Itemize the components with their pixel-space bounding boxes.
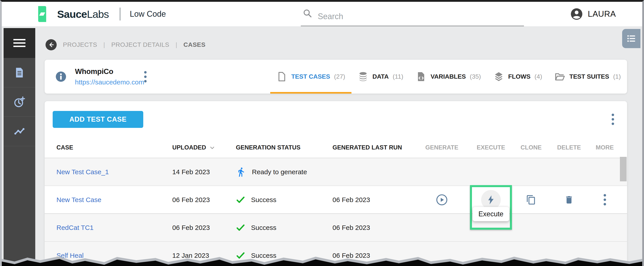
tab-count: (35) (470, 73, 481, 80)
execute-tooltip: Execute (472, 207, 509, 221)
tab-label: FLOWS (508, 73, 530, 80)
tab-test-cases[interactable]: TEST CASES (27) (270, 60, 352, 94)
generate-play-icon[interactable] (436, 194, 448, 206)
tab-label: DATA (372, 73, 389, 80)
table-more-menu[interactable] (610, 112, 616, 126)
sidebar-item-projects[interactable] (4, 58, 35, 87)
tab-flows[interactable]: FLOWS (4) (487, 60, 548, 94)
column-generation-status[interactable]: GENERATION STATUS (236, 144, 332, 151)
test-cases-card: ADD TEST CASE CASE UPLOADED GENERATION S… (45, 101, 627, 266)
scrollbar-thumb[interactable] (620, 157, 626, 181)
execute-button[interactable] (481, 190, 501, 210)
user-menu[interactable]: LAURA (570, 2, 616, 26)
row-more-menu[interactable] (602, 193, 608, 207)
tab-count: (4) (534, 73, 542, 80)
saucelabs-logo-icon (32, 4, 52, 24)
column-label: UPLOADED (172, 144, 206, 151)
search-input[interactable] (301, 7, 524, 26)
tab-label: TEST SUITES (569, 73, 609, 80)
column-generated-last-run[interactable]: GENERATED LAST RUN (332, 144, 413, 151)
list-icon (626, 33, 636, 44)
tab-count: (11) (393, 73, 404, 80)
breadcrumb: PROJECTS | PROJECT DETAILS | CASES (46, 39, 640, 50)
clone-cell (511, 186, 551, 213)
case-cell: RedCat TC1 (56, 224, 172, 232)
sort-desc-icon (208, 144, 216, 151)
tab-data[interactable]: DATA (11) (352, 60, 410, 94)
layers-icon (494, 71, 504, 82)
top-bar: SauceLabs Low Code LAURA (2, 2, 642, 26)
brand-name-light: Labs (87, 8, 109, 20)
trending-chart-icon (14, 126, 25, 137)
sidebar-item-history[interactable] (4, 87, 35, 117)
menu-toggle-button[interactable] (4, 28, 35, 58)
brand-name: SauceLabs (57, 8, 109, 20)
last-run-cell: 06 Feb 2023 (332, 196, 413, 204)
tab-test-suites[interactable]: TEST SUITES (1) (548, 60, 627, 94)
case-link[interactable]: RedCat TC1 (56, 224, 94, 231)
status-cell: Success (236, 223, 332, 232)
folder-open-icon (554, 71, 565, 82)
product-name: Low Code (130, 9, 166, 19)
table-header: CASE UPLOADED GENERATION STATUS GENERATE… (45, 137, 627, 158)
document-outline-icon (276, 71, 287, 82)
table-toolbar: ADD TEST CASE (45, 101, 627, 137)
brand-logo: SauceLabs Low Code (32, 2, 166, 26)
column-delete: DELETE (551, 144, 587, 151)
tab-label: TEST CASES (291, 73, 330, 80)
more-cell (587, 186, 622, 213)
arrow-left-icon (48, 41, 54, 48)
project-info: WhompiCo https://saucedemo.com (75, 67, 143, 86)
last-run-cell: 06 Feb 2023 (332, 224, 413, 232)
database-icon (358, 71, 368, 82)
project-url-link[interactable]: https://saucedemo.com (75, 78, 143, 86)
table-body: New Test Case_1 14 Feb 2023 Ready to gen… (45, 158, 627, 266)
case-link[interactable]: New Test Case_1 (56, 168, 109, 176)
breadcrumb-separator: | (176, 41, 177, 48)
info-icon[interactable] (55, 71, 66, 82)
back-button[interactable] (46, 39, 57, 50)
view-list-button[interactable] (622, 29, 640, 48)
status-label: Success (251, 224, 276, 232)
trash-icon[interactable] (564, 195, 574, 205)
code-file-icon (416, 71, 426, 82)
table-row[interactable]: New Test Case 06 Feb 2023 Success 06 Feb… (45, 186, 627, 214)
column-uploaded[interactable]: UPLOADED (172, 144, 236, 151)
torn-edge-decoration (2, 253, 642, 266)
sidebar (4, 28, 35, 266)
project-card: WhompiCo https://saucedemo.com TEST CASE… (45, 60, 627, 94)
project-name: WhompiCo (75, 67, 143, 76)
uploaded-cell: 14 Feb 2023 (172, 168, 236, 176)
generate-cell (413, 186, 471, 213)
column-execute: EXECUTE (471, 144, 511, 151)
document-icon (14, 67, 25, 78)
main-content: PROJECTS | PROJECT DETAILS | CASES Whomp… (35, 28, 640, 266)
column-case[interactable]: CASE (56, 144, 172, 151)
search-icon (302, 8, 312, 18)
clock-plus-icon (14, 96, 25, 108)
tab-label: VARIABLES (430, 73, 466, 80)
column-generate: GENERATE (413, 144, 471, 151)
tab-variables[interactable]: VARIABLES (35) (410, 60, 487, 94)
breadcrumb-cases: CASES (184, 41, 206, 48)
case-cell: New Test Case (56, 196, 172, 204)
sidebar-item-reports[interactable] (4, 117, 35, 146)
breadcrumb-project-details[interactable]: PROJECT DETAILS (111, 41, 169, 48)
table-row[interactable]: RedCat TC1 06 Feb 2023 Success 06 Feb 20… (45, 214, 627, 242)
uploaded-cell: 06 Feb 2023 (172, 196, 236, 204)
copy-icon[interactable] (526, 195, 536, 205)
status-cell: Ready to generate (236, 167, 332, 177)
add-test-case-button[interactable]: ADD TEST CASE (53, 111, 143, 128)
breadcrumb-projects[interactable]: PROJECTS (63, 41, 97, 48)
project-more-menu[interactable] (143, 70, 148, 84)
status-label: Success (251, 196, 276, 204)
status-cell: Success (236, 195, 332, 205)
table-row[interactable]: New Test Case_1 14 Feb 2023 Ready to gen… (45, 158, 627, 186)
search-box (301, 2, 524, 26)
app-frame: SauceLabs Low Code LAURA (0, 0, 644, 266)
case-link[interactable]: New Test Case (56, 196, 101, 203)
breadcrumb-separator: | (103, 41, 105, 48)
username: LAURA (588, 9, 616, 19)
tab-count: (27) (334, 73, 345, 80)
project-tabs: TEST CASES (27) DATA (11) (270, 60, 627, 94)
